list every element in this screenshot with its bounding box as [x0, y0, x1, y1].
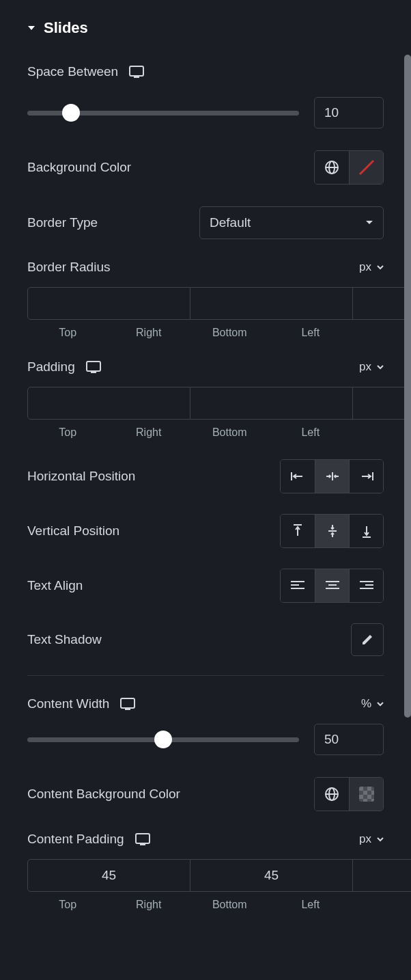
dim-label-top: Top	[27, 426, 109, 439]
transparent-icon	[359, 787, 374, 802]
content-padding-top[interactable]	[27, 859, 190, 892]
svg-rect-7	[91, 372, 96, 373]
horizontal-position-label: Horizontal Position	[27, 469, 135, 484]
padding-right[interactable]	[190, 387, 353, 420]
space-between-slider[interactable]	[27, 111, 299, 115]
padding-label: Padding	[27, 359, 75, 375]
text-shadow-label: Text Shadow	[27, 632, 102, 647]
content-padding-unit[interactable]: px	[359, 832, 384, 846]
svg-line-5	[360, 161, 373, 174]
chevron-down-icon	[377, 265, 384, 270]
content-width-unit[interactable]: %	[361, 697, 384, 711]
content-bg-color-label: Content Background Color	[27, 787, 180, 802]
background-color-control	[314, 150, 384, 185]
h-align-left[interactable]	[281, 460, 315, 493]
content-padding-label: Content Padding	[27, 832, 124, 847]
svg-rect-23	[121, 698, 134, 708]
content-bg-color-control	[314, 777, 384, 811]
svg-rect-28	[136, 834, 150, 843]
dim-label-bottom: Bottom	[189, 327, 270, 339]
align-right-icon	[359, 471, 374, 482]
svg-rect-24	[125, 709, 130, 710]
padding-bottom[interactable]	[353, 387, 411, 420]
chevron-down-icon	[27, 25, 36, 31]
section-title: Slides	[44, 19, 88, 37]
space-between-input[interactable]	[314, 97, 384, 128]
border-radius-bottom[interactable]	[353, 287, 411, 320]
align-middle-icon	[327, 523, 338, 539]
dim-label-right: Right	[109, 899, 190, 911]
align-top-icon	[292, 523, 303, 539]
dim-label-right: Right	[109, 327, 190, 339]
globe-icon	[324, 160, 339, 175]
scrollbar[interactable]	[404, 55, 411, 718]
chevron-down-icon	[377, 702, 384, 707]
text-center-icon	[326, 580, 339, 591]
content-padding-bottom[interactable]	[353, 859, 411, 892]
v-align-top[interactable]	[281, 515, 315, 547]
border-radius-top[interactable]	[27, 287, 190, 320]
responsive-icon[interactable]	[120, 698, 135, 710]
chevron-down-icon	[377, 365, 384, 370]
border-radius-unit[interactable]: px	[359, 260, 384, 274]
no-color-icon	[357, 158, 376, 177]
pencil-icon	[360, 633, 374, 646]
chevron-down-icon	[377, 837, 384, 842]
dim-label-left: Left	[270, 426, 352, 439]
divider	[27, 675, 384, 676]
responsive-icon[interactable]	[86, 361, 101, 373]
svg-rect-0	[130, 66, 143, 76]
chevron-down-icon	[365, 220, 373, 226]
align-bottom-icon	[361, 523, 372, 539]
text-align-left[interactable]	[281, 569, 315, 602]
background-color-label: Background Color	[27, 160, 131, 175]
padding-unit[interactable]: px	[359, 360, 384, 374]
svg-rect-6	[87, 362, 100, 371]
slider-thumb[interactable]	[154, 731, 172, 748]
horizontal-position-group	[280, 459, 384, 493]
border-type-label: Border Type	[27, 215, 98, 230]
content-width-input[interactable]	[314, 724, 384, 755]
color-swatch-none[interactable]	[349, 151, 383, 184]
slider-thumb[interactable]	[62, 104, 80, 122]
text-align-right[interactable]	[349, 569, 383, 602]
v-align-bottom[interactable]	[349, 515, 383, 547]
v-align-middle[interactable]	[315, 515, 349, 547]
align-left-icon	[290, 471, 305, 482]
text-shadow-edit[interactable]	[351, 623, 384, 656]
responsive-icon[interactable]	[129, 66, 144, 78]
content-width-slider[interactable]	[27, 737, 299, 742]
dim-label-top: Top	[27, 327, 109, 339]
text-align-label: Text Align	[27, 578, 83, 593]
text-right-icon	[360, 580, 373, 591]
align-center-icon	[325, 471, 340, 482]
dim-label-bottom: Bottom	[189, 899, 270, 911]
border-type-value: Default	[210, 215, 251, 230]
content-width-label: Content Width	[27, 696, 109, 711]
text-align-group	[280, 569, 384, 603]
dim-label-right: Right	[109, 426, 190, 439]
dim-label-top: Top	[27, 899, 109, 911]
vertical-position-label: Vertical Position	[27, 523, 119, 539]
vertical-position-group	[280, 514, 384, 548]
globe-button[interactable]	[315, 778, 349, 811]
svg-rect-29	[140, 844, 145, 845]
text-left-icon	[291, 580, 304, 591]
globe-icon	[324, 787, 339, 802]
border-type-select[interactable]: Default	[199, 206, 384, 239]
responsive-icon[interactable]	[135, 833, 150, 845]
color-swatch-transparent[interactable]	[349, 778, 383, 811]
border-radius-right[interactable]	[190, 287, 353, 320]
h-align-right[interactable]	[349, 460, 383, 493]
space-between-label: Space Between	[27, 64, 118, 79]
section-header-slides[interactable]: Slides	[27, 19, 384, 37]
content-padding-right[interactable]	[190, 859, 353, 892]
h-align-center[interactable]	[315, 460, 349, 493]
text-align-center[interactable]	[315, 569, 349, 602]
padding-top[interactable]	[27, 387, 190, 420]
border-radius-label: Border Radius	[27, 260, 110, 275]
globe-button[interactable]	[315, 151, 349, 184]
dim-label-bottom: Bottom	[189, 426, 270, 439]
svg-rect-1	[134, 77, 139, 78]
dim-label-left: Left	[270, 327, 352, 339]
